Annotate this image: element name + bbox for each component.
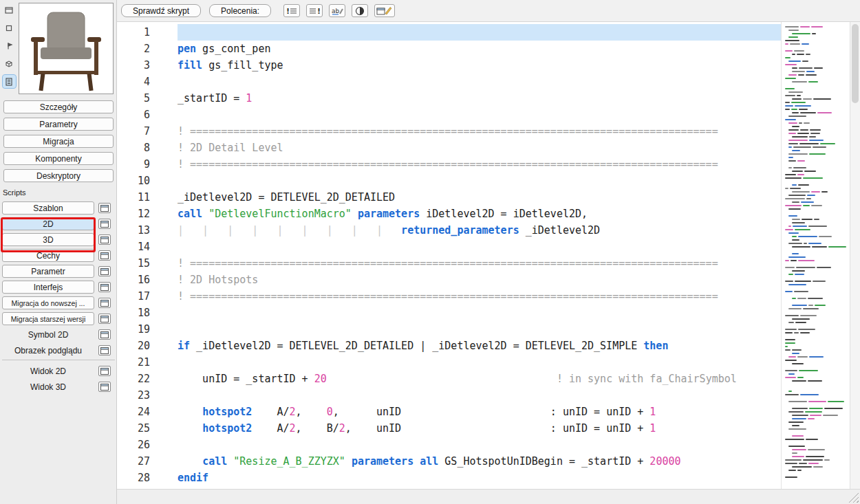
script-button-cechy[interactable]: Cechy [2, 249, 94, 262]
cube-3d-icon[interactable] [3, 57, 16, 70]
script-button-symbol-2d[interactable]: Symbol 2D [2, 330, 94, 340]
code-line[interactable]: 16! 2D Hotspots [117, 272, 781, 288]
code-text: ! ======================================… [178, 156, 781, 173]
code-line[interactable]: 2pen gs_cont_pen [117, 41, 781, 57]
code-line[interactable]: 22 unID = _startID + 20 ! in sync with f… [117, 371, 781, 387]
open-in-window-icon[interactable] [98, 314, 111, 324]
code-line[interactable]: 20if _iDetlevel2D = DETLEVEL_2D_DETAILED… [117, 338, 781, 354]
code-editor[interactable]: 12pen gs_cont_pen3fill gs_fill_type45_st… [117, 22, 781, 489]
script-view-icon[interactable] [3, 75, 16, 88]
line-number: 9 [117, 156, 178, 173]
minimap-row [785, 463, 846, 464]
code-line[interactable]: 8! 2D Detail Level [117, 140, 781, 156]
main-area: Sprawdź skrypt Polecenia: ! ! [117, 0, 860, 504]
code-line[interactable]: 15! ====================================… [117, 255, 781, 272]
code-line[interactable]: 26 [117, 437, 781, 453]
edit-text-icon[interactable]: ab [329, 4, 345, 17]
minimap-row [785, 281, 846, 282]
minimap-row [785, 401, 846, 402]
minimap-row [785, 267, 846, 268]
open-in-window-icon[interactable] [98, 234, 111, 245]
code-line[interactable]: 3fill gs_fill_type [117, 57, 781, 74]
sidebar-nav-button-migracja[interactable]: Migracja [3, 135, 114, 148]
window-view-icon[interactable] [3, 3, 16, 17]
minimap-row [785, 349, 846, 351]
line-number: 8 [117, 140, 178, 156]
open-in-window-icon[interactable] [98, 219, 111, 229]
code-line[interactable]: 28endif [117, 470, 781, 486]
script-button-parametr[interactable]: Parametr [2, 265, 94, 278]
script-button-migracja-do-nowszej-[interactable]: Migracja do nowszej ... [2, 296, 94, 309]
open-in-window-icon[interactable] [98, 250, 111, 261]
open-in-window-icon[interactable] [98, 382, 111, 392]
minimap-row [785, 143, 846, 144]
code-line[interactable]: 18 [117, 305, 781, 321]
code-line[interactable]: 21 [117, 354, 781, 371]
open-in-window-icon[interactable] [98, 266, 111, 276]
code-text: call "Resize_A_B_ZZYZX" parameters all G… [178, 453, 781, 470]
code-line[interactable]: 24 hotspot2 A/2, 0, unID : unID = unID +… [117, 404, 781, 420]
minimap-row [785, 318, 846, 320]
commands-button[interactable]: Polecenia: [209, 4, 271, 17]
code-line[interactable]: 12call "DetlevelFunctionMacro" parameter… [117, 206, 781, 222]
script-button-obrazek-podgl-du[interactable]: Obrazek podglądu [2, 346, 94, 355]
minimap-row [785, 353, 846, 354]
open-in-window-icon[interactable] [98, 203, 111, 213]
script-button-migracja-starszej-wersji[interactable]: Migracja starszej wersji [2, 312, 94, 325]
sidebar-nav-button-szczeg-y[interactable]: Szczegóły [3, 100, 114, 113]
sidebar-nav-button-deskryptory[interactable]: Deskryptory [3, 169, 114, 182]
contrast-icon[interactable] [352, 4, 368, 17]
open-in-window-icon[interactable] [98, 345, 111, 355]
comment-lines-icon[interactable]: ! [283, 4, 300, 17]
code-line[interactable]: 19 [117, 321, 781, 338]
check-script-button[interactable]: Sprawdź skrypt [121, 4, 201, 17]
script-button-szablon[interactable]: Szablon [2, 201, 94, 215]
code-line[interactable]: 13| | | | | | | | | returned_parameters … [117, 222, 781, 239]
object-preview-image [19, 3, 114, 94]
vertical-scrollbar[interactable] [850, 22, 860, 489]
sidebar-nav-button-parametry[interactable]: Parametry [3, 118, 114, 131]
scrollbar-thumb[interactable] [852, 24, 859, 103]
script-button-widok-3d[interactable]: Widok 3D [2, 382, 94, 392]
script-button-widok-2d[interactable]: Widok 2D [2, 366, 94, 376]
minimap-row [785, 88, 846, 89]
minimap-row [785, 184, 846, 186]
code-line[interactable]: 5_startID = 1 [117, 90, 781, 107]
script-button-3d[interactable]: 3D [2, 233, 94, 246]
sidebar-nav-button-komponenty[interactable]: Komponenty [3, 152, 114, 165]
line-number: 21 [117, 354, 178, 371]
minimap-row [785, 425, 846, 426]
code-line[interactable]: 14 [117, 239, 781, 255]
window-edit-icon[interactable] [374, 4, 395, 17]
open-in-window-icon[interactable] [98, 366, 111, 376]
minimap-row [785, 404, 846, 406]
code-line[interactable]: 6 [117, 107, 781, 123]
code-line[interactable]: 1 [117, 24, 781, 41]
script-button-2d[interactable]: 2D [2, 217, 94, 230]
code-minimap[interactable] [781, 22, 850, 489]
code-line[interactable]: 4 [117, 74, 781, 90]
code-line[interactable]: 23 [117, 387, 781, 404]
script-row: Szablon [2, 201, 115, 215]
open-in-window-icon[interactable] [98, 282, 111, 292]
code-line[interactable]: 9! =====================================… [117, 156, 781, 173]
chair-preview-drawing [19, 3, 113, 94]
uncomment-lines-icon[interactable]: ! [306, 4, 323, 17]
resize-grip[interactable] [848, 492, 859, 503]
square-view-icon[interactable] [3, 21, 16, 34]
minimap-row [785, 308, 846, 309]
minimap-row [785, 243, 846, 244]
code-line[interactable]: 10 [117, 173, 781, 189]
code-line[interactable]: 25 hotspot2 A/2, B/2, unID : unID = unID… [117, 420, 781, 437]
open-in-window-icon[interactable] [98, 329, 111, 340]
minimap-row [785, 33, 846, 34]
code-line[interactable]: 17! ====================================… [117, 288, 781, 305]
code-line[interactable]: 27 call "Resize_A_B_ZZYZX" parameters al… [117, 453, 781, 470]
minimap-row [785, 473, 846, 474]
editor-toolbar: Sprawdź skrypt Polecenia: ! ! [117, 0, 860, 22]
pin-icon[interactable] [3, 39, 16, 52]
script-button-interfejs[interactable]: Interfejs [2, 281, 94, 294]
code-line[interactable]: 11_iDetlevel2D = DETLEVEL_2D_DETAILED [117, 189, 781, 206]
code-line[interactable]: 7! =====================================… [117, 123, 781, 140]
open-in-window-icon[interactable] [98, 298, 111, 308]
